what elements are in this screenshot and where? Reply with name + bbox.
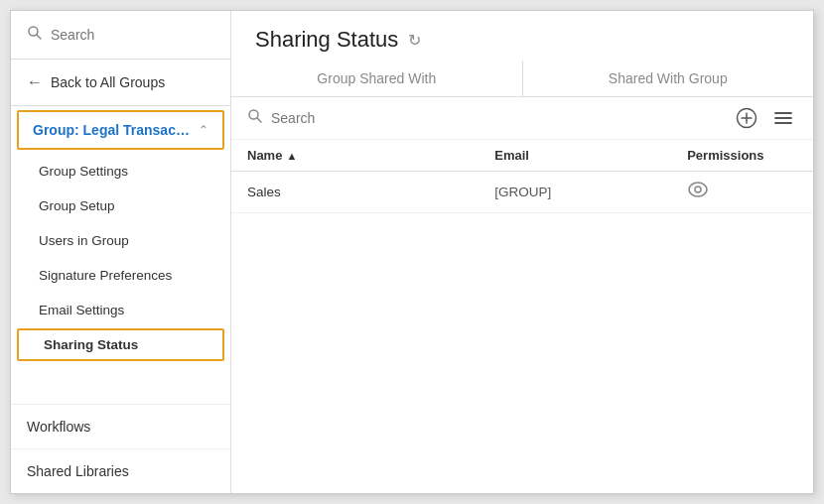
add-button[interactable] bbox=[732, 107, 761, 129]
cell-email: [GROUP] bbox=[494, 185, 687, 199]
main-search-input[interactable] bbox=[271, 110, 724, 126]
tab-shared-with-group[interactable]: Shared With Group bbox=[523, 61, 814, 96]
group-header[interactable]: Group: Legal Transacti... ⌃ bbox=[17, 110, 224, 150]
col-header-email: Email bbox=[494, 148, 687, 163]
main-content: Sharing Status ↻ Group Shared With Share… bbox=[231, 11, 813, 493]
back-to-groups-button[interactable]: ← Back to All Groups bbox=[11, 60, 230, 106]
main-search-bar[interactable] bbox=[231, 97, 813, 140]
table-header: Name ▲ Email Permissions bbox=[231, 140, 813, 172]
refresh-icon[interactable]: ↻ bbox=[408, 31, 421, 50]
main-search-icon bbox=[247, 108, 263, 128]
main-header: Sharing Status ↻ bbox=[231, 11, 813, 61]
sidebar-item-sharing-status[interactable]: Sharing Status bbox=[17, 328, 224, 361]
svg-point-10 bbox=[689, 183, 707, 196]
tab-group-shared-with[interactable]: Group Shared With bbox=[231, 61, 523, 96]
sidebar-item-workflows[interactable]: Workflows bbox=[11, 404, 230, 448]
back-arrow-icon: ← bbox=[27, 73, 43, 91]
sort-arrow-icon: ▲ bbox=[286, 150, 297, 162]
menu-button[interactable] bbox=[769, 108, 797, 128]
cell-name: Sales bbox=[247, 185, 494, 199]
sidebar-item-signature-preferences[interactable]: Signature Preferences bbox=[11, 258, 230, 293]
nav-items: Group Settings Group Setup Users in Grou… bbox=[11, 154, 230, 404]
sidebar-search[interactable] bbox=[11, 11, 230, 60]
chevron-up-icon: ⌃ bbox=[199, 123, 208, 137]
tabs-row: Group Shared With Shared With Group bbox=[231, 61, 813, 97]
table-row[interactable]: Sales [GROUP] bbox=[231, 172, 813, 213]
sidebar-item-shared-libraries[interactable]: Shared Libraries bbox=[11, 448, 230, 493]
svg-line-1 bbox=[37, 35, 41, 39]
app-container: ← Back to All Groups Group: Legal Transa… bbox=[10, 10, 814, 494]
sidebar-item-group-settings[interactable]: Group Settings bbox=[11, 154, 230, 189]
col-header-name[interactable]: Name ▲ bbox=[247, 148, 494, 163]
sidebar-item-users-in-group[interactable]: Users in Group bbox=[11, 223, 230, 258]
sidebar-search-input[interactable] bbox=[51, 27, 214, 43]
col-header-permissions: Permissions bbox=[687, 148, 797, 163]
eye-icon bbox=[687, 182, 709, 202]
group-name-label: Group: Legal Transacti... bbox=[33, 122, 192, 138]
cell-permissions bbox=[687, 182, 797, 202]
page-title: Sharing Status bbox=[255, 27, 398, 53]
search-icon bbox=[27, 25, 43, 45]
back-to-groups-label: Back to All Groups bbox=[51, 74, 165, 90]
sidebar: ← Back to All Groups Group: Legal Transa… bbox=[11, 11, 231, 493]
sidebar-item-group-setup[interactable]: Group Setup bbox=[11, 189, 230, 223]
svg-point-11 bbox=[695, 187, 701, 192]
svg-line-3 bbox=[257, 118, 261, 122]
sidebar-item-email-settings[interactable]: Email Settings bbox=[11, 293, 230, 327]
